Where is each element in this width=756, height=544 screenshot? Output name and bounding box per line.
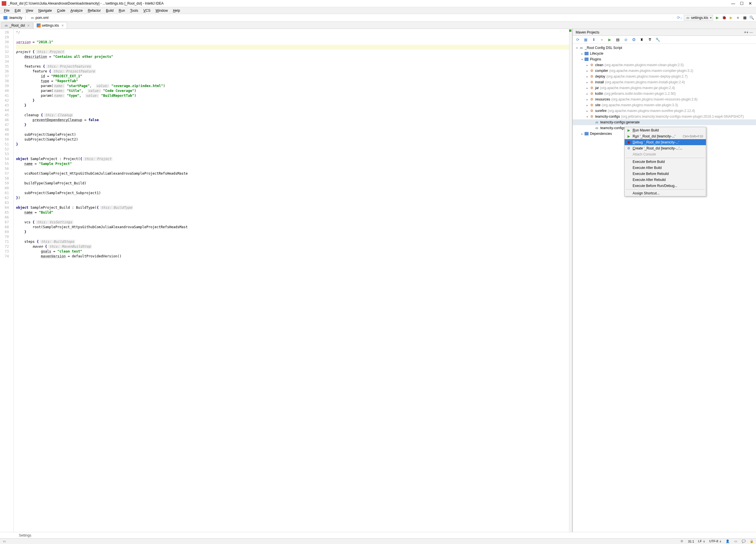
background-tasks-icon[interactable]: ⚙ bbox=[680, 539, 684, 543]
maven-tree[interactable]: ▾m_Root Config DSL Script▸Lifecycle▾Plug… bbox=[573, 44, 756, 532]
ctx-debug-root-dsl-teamcity-[interactable]: 🐞Debug '_Root_dsl [teamcity-...' bbox=[625, 139, 706, 145]
code-line-39[interactable]: param(name: "startPage", value: "coverag… bbox=[16, 84, 572, 88]
ctx-execute-after-build[interactable]: Execute After Build bbox=[625, 165, 706, 171]
file-encoding[interactable]: UTF-8 ⇣ bbox=[709, 539, 722, 543]
plugin-install[interactable]: ▸⚙install(org.apache.maven.plugins:maven… bbox=[573, 79, 756, 85]
tree-twisty-icon[interactable]: ▾ bbox=[585, 115, 589, 118]
context-menu[interactable]: ▶Run Maven Build▶Run '_Root_dsl [teamcit… bbox=[624, 127, 706, 196]
collapse-all-icon[interactable]: ⇈ bbox=[647, 37, 652, 42]
tree-twisty-icon[interactable]: ▸ bbox=[585, 69, 589, 72]
ctx-execute-before-rebuild[interactable]: Execute Before Rebuild bbox=[625, 171, 706, 177]
debug-button[interactable]: 🐞 bbox=[722, 15, 727, 20]
tree-twisty-icon[interactable]: ▸ bbox=[585, 104, 589, 107]
sync-icon[interactable]: ⟳↓ bbox=[677, 15, 682, 20]
ctx-assign-shortcut-[interactable]: Assign Shortcut... bbox=[625, 190, 706, 196]
maven-plugins[interactable]: ▾Plugins bbox=[573, 56, 756, 62]
code-line-42[interactable]: } bbox=[16, 98, 572, 103]
panel-settings-icon[interactable]: ✦▾ bbox=[744, 30, 748, 34]
code-line-56[interactable] bbox=[16, 166, 572, 171]
menu-analyze[interactable]: Analyze bbox=[68, 8, 85, 13]
code-line-60[interactable] bbox=[16, 186, 572, 191]
code-line-46[interactable]: preventDependencyCleanup = false bbox=[16, 118, 572, 123]
menu-vcs[interactable]: VCS bbox=[141, 8, 153, 13]
code-line-38[interactable]: type = "ReportTab" bbox=[16, 79, 572, 84]
code-line-59[interactable]: buildType(SampleProject_Build) bbox=[16, 181, 572, 186]
tree-twisty-icon[interactable]: ▸ bbox=[585, 86, 589, 90]
code-line-58[interactable] bbox=[16, 176, 572, 181]
caret-position[interactable]: 31:1 bbox=[688, 540, 694, 543]
toggle-offline-icon[interactable]: ⊘ bbox=[623, 37, 628, 42]
execute-goal-icon[interactable]: ▤ bbox=[615, 37, 620, 42]
inspection-profile-icon[interactable]: 👤 bbox=[726, 539, 730, 543]
code-line-45[interactable]: cleanup {this: Cleanup bbox=[16, 113, 572, 118]
run-goal-icon[interactable]: ▶ bbox=[607, 37, 612, 42]
code-line-55[interactable]: name = "Sample Project" bbox=[16, 161, 572, 166]
menu-edit[interactable]: Edit bbox=[12, 8, 23, 13]
minimize-button[interactable]: — bbox=[731, 2, 735, 5]
error-stripe[interactable] bbox=[569, 29, 572, 532]
tree-twisty-icon[interactable]: ▾ bbox=[575, 46, 579, 50]
code-line-40[interactable]: param(name: "title", value: "Code Covera… bbox=[16, 88, 572, 93]
maven-lifecycle[interactable]: ▸Lifecycle bbox=[573, 51, 756, 56]
run-button[interactable]: ▶ bbox=[715, 15, 720, 20]
code-line-73[interactable]: goals = "clean test" bbox=[16, 249, 572, 254]
ctx-create-root-dsl-teamcity-[interactable]: ⚙Create '_Root_dsl [teamcity-...'... bbox=[625, 145, 706, 151]
code-line-41[interactable]: param(name: "type", value: "BuildReportT… bbox=[16, 93, 572, 98]
search-everywhere-button[interactable]: 🔍 bbox=[749, 15, 754, 20]
plugin-kotlin[interactable]: ▸⚙kotlin(org.jetbrains.kotlin:kotlin-mav… bbox=[573, 91, 756, 96]
code-line-64[interactable]: object SampleProject_Build : BuildType({… bbox=[16, 205, 572, 210]
toggle-skip-tests-icon[interactable]: ✪ bbox=[631, 37, 636, 42]
tree-twisty-icon[interactable]: ▸ bbox=[580, 52, 584, 55]
ctx-execute-after-rebuild[interactable]: Execute After Rebuild bbox=[625, 177, 706, 183]
menu-run[interactable]: Run bbox=[117, 8, 127, 13]
lock-icon[interactable]: 🔒 bbox=[750, 539, 754, 543]
ctx-run-root-dsl-teamcity-[interactable]: ▶Run '_Root_dsl [teamcity-...'Ctrl+Shift… bbox=[625, 133, 706, 139]
code-line-50[interactable]: subProject(SampleProject2) bbox=[16, 137, 572, 142]
tab-settings.kts[interactable]: settings.kts✕ bbox=[33, 22, 67, 29]
code-line-68[interactable]: root(SampleProject_HttpsGithubComJuliaAl… bbox=[16, 225, 572, 230]
notifications-icon[interactable]: 💬 bbox=[742, 539, 746, 543]
code-line-62[interactable]: }) bbox=[16, 196, 572, 200]
tree-twisty-icon[interactable]: ▸ bbox=[585, 75, 589, 78]
code-line-33[interactable]: description = "Contains all other projec… bbox=[16, 54, 572, 59]
editor[interactable]: 2829303132333435363738394041424344454647… bbox=[0, 29, 573, 532]
code-line-37[interactable]: id = "PROJECT_EXT_1" bbox=[16, 74, 572, 79]
run-config-select[interactable]: msettings.kts bbox=[684, 15, 713, 21]
code-line-54[interactable]: object SampleProject : Project({this: Pr… bbox=[16, 157, 572, 161]
plugin-site[interactable]: ▸⚙site(org.apache.maven.plugins:maven-si… bbox=[573, 102, 756, 108]
show-dependencies-icon[interactable]: ♜ bbox=[639, 37, 644, 42]
maven-settings-icon[interactable]: 🔧 bbox=[655, 37, 660, 42]
code-line-61[interactable]: subProject(SampleProject_Subproject1) bbox=[16, 191, 572, 196]
menu-file[interactable]: File bbox=[2, 8, 12, 13]
tree-twisty-icon[interactable]: ▸ bbox=[585, 109, 589, 113]
code-line-47[interactable]: } bbox=[16, 123, 572, 127]
tree-twisty-icon[interactable]: ▸ bbox=[585, 92, 589, 95]
close-button[interactable]: ✕ bbox=[749, 2, 752, 5]
ctx-execute-before-build[interactable]: Execute Before Build bbox=[625, 159, 706, 165]
tab-_Root_dsl[interactable]: m_Root_dsl✕ bbox=[1, 22, 33, 29]
plugin-teamcity-configs[interactable]: ▾⚙teamcity-configs(org.jetbrains.teamcit… bbox=[573, 114, 756, 119]
code-line-65[interactable]: name = "Build" bbox=[16, 210, 572, 215]
code-line-51[interactable]: } bbox=[16, 142, 572, 147]
code-line-28[interactable]: */ bbox=[16, 30, 572, 35]
maven-root[interactable]: ▾m_Root Config DSL Script bbox=[573, 45, 756, 51]
tool-window-toggle-icon[interactable]: ▭ bbox=[2, 539, 6, 543]
plugin-clean[interactable]: ▸⚙clean(org.apache.maven.plugins:maven-c… bbox=[573, 62, 756, 68]
menu-tools[interactable]: Tools bbox=[128, 8, 141, 13]
tab-close-icon[interactable]: ✕ bbox=[27, 24, 30, 27]
tree-twisty-icon[interactable]: ▸ bbox=[585, 98, 589, 101]
ctx-execute-before-run-debug-[interactable]: Execute Before Run/Debug... bbox=[625, 183, 706, 189]
crumb-folder[interactable]: .teamcity bbox=[2, 15, 24, 20]
code-line-44[interactable] bbox=[16, 108, 572, 113]
crumb-file[interactable]: mpom.xml bbox=[29, 15, 50, 20]
plugin-jar[interactable]: ▸⚙jar(org.apache.maven.plugins:maven-jar… bbox=[573, 85, 756, 91]
code-line-67[interactable]: vcs {this: VcsSettings bbox=[16, 220, 572, 225]
menu-refactor[interactable]: Refactor bbox=[86, 8, 103, 13]
menu-code[interactable]: Code bbox=[55, 8, 68, 13]
menu-help[interactable]: Help bbox=[171, 8, 182, 13]
menu-window[interactable]: Window bbox=[153, 8, 170, 13]
maximize-button[interactable]: ☐ bbox=[740, 2, 743, 5]
breadcrumb-label[interactable]: Settings bbox=[19, 533, 31, 537]
code-line-57[interactable]: vcsRoot(SampleProject_HttpsGithubComJuli… bbox=[16, 171, 572, 176]
code-line-72[interactable]: maven {this: MavenBuildStep bbox=[16, 244, 572, 249]
